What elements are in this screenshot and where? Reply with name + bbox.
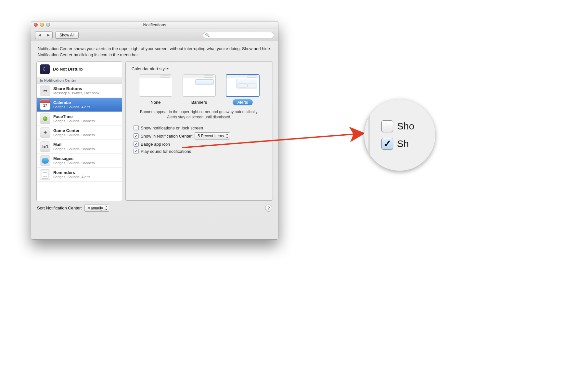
app-subtitle: Badges, Sounds, Banners xyxy=(53,133,95,137)
sort-popup[interactable]: Manually xyxy=(84,205,109,212)
section-header: In Notification Center xyxy=(37,77,122,84)
app-row-mail[interactable]: 🖃 Mail Badges, Sounds, Banners xyxy=(37,140,122,154)
option-label: Show notifications on lock screen xyxy=(141,126,203,130)
big-checkbox-unchecked-icon xyxy=(381,120,393,132)
search-input[interactable] xyxy=(203,32,274,38)
magnified-text: Sho xyxy=(397,121,414,132)
mail-icon: 🖃 xyxy=(40,141,50,152)
alert-style-description: Banners appear in the upper-right corner… xyxy=(135,109,263,120)
magnifier-callout: Sho Sh xyxy=(364,99,435,171)
app-row-facetime[interactable]: FaceTime Badges, Sounds, Banners xyxy=(37,112,122,126)
detail-panel: Calendar alert style: None Banners Alert… xyxy=(125,61,273,201)
options-group: Show notifications on lock screen Show i… xyxy=(134,125,267,154)
facetime-icon xyxy=(40,114,50,124)
app-row-messages[interactable]: Messages Badges, Sounds, Banners xyxy=(37,154,122,168)
app-row-calendar[interactable]: 17 Calendar Badges, Sounds, Alerts xyxy=(37,98,122,112)
recent-items-popup[interactable]: 5 Recent Items xyxy=(195,132,230,140)
app-row-game-center[interactable]: ✦ Game Center Badges, Sounds, Banners xyxy=(37,126,122,140)
option-play-sound[interactable]: Play sound for notifications xyxy=(134,149,267,154)
popup-value: 5 Recent Items xyxy=(198,134,224,138)
app-row-share-buttons[interactable]: ➦ Share Buttons Messages, Twitter, Faceb… xyxy=(37,84,122,98)
zoom-window-button[interactable] xyxy=(46,23,50,27)
none-preview-icon xyxy=(139,74,172,97)
panels: ☾ Do Not Disturb In Notification Center … xyxy=(31,60,278,201)
alert-style-alerts[interactable]: Alerts xyxy=(225,74,261,105)
option-label: Show in Notification Center: xyxy=(141,134,193,139)
magnified-row-checked: Sh xyxy=(381,138,435,150)
option-label: Play sound for notifications xyxy=(141,149,191,154)
app-subtitle: Badges, Sounds, Banners xyxy=(53,161,95,165)
search-icon: 🔍 xyxy=(205,33,210,37)
alert-style-heading: Calendar alert style: xyxy=(132,66,267,71)
app-title: Mail xyxy=(53,142,95,147)
help-button[interactable]: ? xyxy=(265,205,272,212)
app-subtitle: Badges, Sounds, Alerts xyxy=(53,105,90,109)
app-subtitle: Badges, Sounds, Banners xyxy=(53,119,95,123)
reminders-icon xyxy=(40,169,50,180)
popup-value: Manually xyxy=(87,206,103,210)
alert-style-label: Alerts xyxy=(233,99,252,105)
alert-style-banners[interactable]: Banners xyxy=(181,74,217,105)
app-row-reminders[interactable]: Reminders Badges, Sounds, Alerts xyxy=(37,168,122,182)
alert-style-picker: None Banners Alerts xyxy=(132,74,267,105)
sort-label: Sort Notification Center: xyxy=(37,206,82,210)
option-badge-icon[interactable]: Badge app icon xyxy=(134,141,267,147)
alert-style-none[interactable]: None xyxy=(138,74,173,105)
chevron-left-icon: ◀ xyxy=(38,33,41,37)
alert-style-label: Banners xyxy=(187,99,211,105)
pane-description: Notification Center shows your alerts in… xyxy=(31,41,278,60)
chevron-right-icon: ▶ xyxy=(47,33,50,37)
back-button[interactable]: ◀ xyxy=(35,32,44,39)
app-subtitle: Badges, Sounds, Banners xyxy=(53,147,95,151)
share-icon: ➦ xyxy=(40,86,50,96)
checkbox-checked-icon xyxy=(134,133,139,139)
show-all-button[interactable]: Show All xyxy=(55,32,79,39)
app-title: Game Center xyxy=(53,128,95,133)
app-title: Calendar xyxy=(53,100,90,105)
calendar-icon: 17 xyxy=(40,100,50,110)
app-title: Messages xyxy=(53,156,95,161)
banners-preview-icon xyxy=(183,74,216,97)
traffic-lights xyxy=(34,23,50,27)
app-title: Reminders xyxy=(53,170,90,175)
toolbar: ◀ ▶ Show All 🔍 xyxy=(31,29,278,41)
app-title: Share Buttons xyxy=(53,86,103,91)
forward-button[interactable]: ▶ xyxy=(44,32,52,39)
big-checkbox-checked-icon xyxy=(381,138,393,150)
option-show-in-nc[interactable]: Show in Notification Center: 5 Recent It… xyxy=(134,132,267,140)
app-list-panel: ☾ Do Not Disturb In Notification Center … xyxy=(36,61,122,201)
messages-icon xyxy=(40,155,50,166)
search-wrapper: 🔍 xyxy=(203,32,274,38)
nav-segment: ◀ ▶ xyxy=(35,31,53,39)
option-lock-screen[interactable]: Show notifications on lock screen xyxy=(134,125,267,130)
alerts-preview-icon xyxy=(226,74,259,97)
do-not-disturb-label: Do Not Disturb xyxy=(53,67,83,72)
alert-style-label: None xyxy=(146,99,165,105)
titlebar: Notifications xyxy=(31,21,278,29)
close-window-button[interactable] xyxy=(34,23,38,27)
checkbox-unchecked-icon xyxy=(134,125,139,130)
help-icon: ? xyxy=(267,206,270,210)
app-title: FaceTime xyxy=(53,114,95,119)
preferences-window: Notifications ◀ ▶ Show All 🔍 Notificatio… xyxy=(31,21,278,240)
app-subtitle: Messages, Twitter, Facebook,... xyxy=(53,91,103,95)
footer: Sort Notification Center: Manually ? xyxy=(31,201,278,212)
checkbox-checked-icon xyxy=(134,149,139,154)
magnified-row-unchecked: Sho xyxy=(381,120,435,132)
minimize-window-button[interactable] xyxy=(40,23,44,27)
magnified-text: Sh xyxy=(397,138,409,149)
app-subtitle: Badges, Sounds, Alerts xyxy=(53,175,90,179)
moon-icon: ☾ xyxy=(40,64,50,74)
option-label: Badge app icon xyxy=(141,142,170,147)
do-not-disturb-row[interactable]: ☾ Do Not Disturb xyxy=(37,62,122,77)
window-title: Notifications xyxy=(143,22,166,27)
game-center-icon: ✦ xyxy=(40,127,50,138)
checkbox-checked-icon xyxy=(134,141,139,147)
